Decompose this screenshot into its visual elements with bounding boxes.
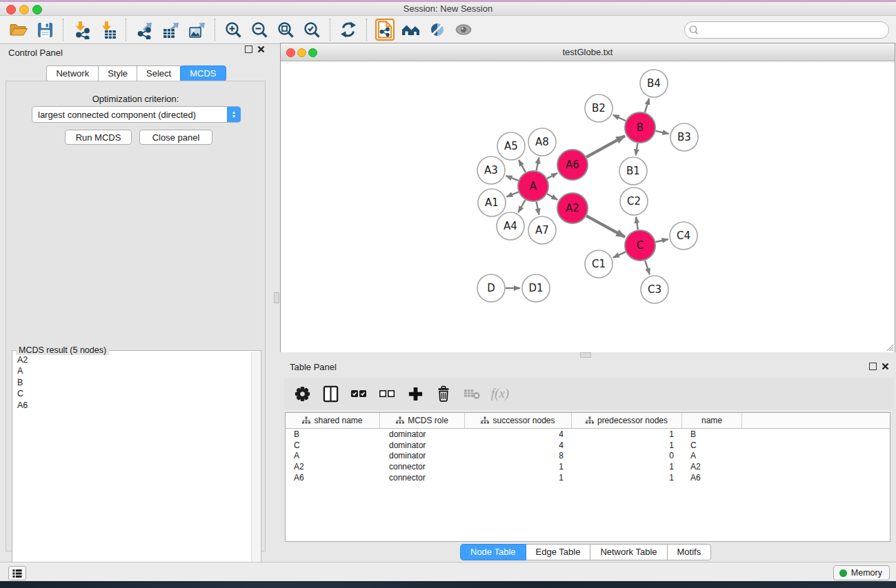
table-row[interactable]: A2 connector 1 1 A2 <box>286 461 890 472</box>
graph-edge-A-A3[interactable] <box>506 176 519 181</box>
graph-edge-A-A6[interactable] <box>547 173 557 179</box>
tab-edge-table[interactable]: Edge Table <box>526 544 591 560</box>
graph-node-C1[interactable]: C1 <box>585 250 613 278</box>
table-row[interactable]: A dominator 8 0 A <box>286 451 890 462</box>
cell-successor-nodes[interactable]: 8 <box>465 451 572 460</box>
cell-successor-nodes[interactable]: 1 <box>465 473 572 483</box>
select-all-button[interactable] <box>349 384 368 403</box>
graph-edge-A6-B[interactable] <box>586 136 625 157</box>
graph-edge-A-A2[interactable] <box>547 194 557 200</box>
open-session-button[interactable] <box>6 17 32 42</box>
cell-successor-nodes[interactable]: 4 <box>465 440 572 450</box>
cell-predecessor-nodes[interactable]: 1 <box>572 462 682 472</box>
cell-shared-name[interactable]: A <box>286 451 380 460</box>
delete-rows-button[interactable] <box>434 384 453 403</box>
graph-node-A[interactable]: A <box>518 171 548 201</box>
graph-node-D[interactable]: D <box>477 274 505 302</box>
close-window-button[interactable] <box>286 48 295 57</box>
graph-node-C2[interactable]: C2 <box>620 187 648 215</box>
vertical-splitter-handle[interactable] <box>274 292 279 303</box>
tab-network[interactable]: Network <box>46 65 99 81</box>
close-panel-icon[interactable] <box>882 363 889 370</box>
result-item[interactable]: B <box>17 377 252 388</box>
graph-edge-A2-C[interactable] <box>586 216 625 237</box>
tab-node-table[interactable]: Node Table <box>460 544 526 560</box>
memory-button[interactable]: Memory <box>833 565 890 580</box>
column-header-mcds-role[interactable]: MCDS role <box>380 413 465 428</box>
export-table-button[interactable] <box>157 17 183 42</box>
cell-successor-nodes[interactable]: 1 <box>465 462 572 472</box>
graph-node-A2[interactable]: A2 <box>557 193 588 223</box>
graph-node-B3[interactable]: B3 <box>670 123 698 151</box>
close-panel-button[interactable]: Close panel <box>139 130 212 145</box>
mcds-result-list[interactable]: A2 A B C A6 <box>13 354 252 582</box>
graph-node-D1[interactable]: D1 <box>522 274 550 302</box>
cell-mcds-role[interactable]: dominator <box>380 440 465 450</box>
network-window-titlebar[interactable]: testGlobe.txt <box>281 43 895 61</box>
cell-mcds-role[interactable]: dominator <box>380 429 465 439</box>
float-panel-icon[interactable] <box>869 363 877 370</box>
network-overview-button[interactable] <box>372 17 398 42</box>
export-network-button[interactable] <box>131 17 157 42</box>
cell-name[interactable]: C <box>682 440 742 450</box>
cell-shared-name[interactable]: A6 <box>286 473 380 483</box>
zoom-fit-button[interactable] <box>272 17 299 42</box>
graph-node-C4[interactable]: C4 <box>670 222 697 250</box>
cell-name[interactable]: A <box>682 451 742 460</box>
cell-predecessor-nodes[interactable]: 1 <box>572 429 682 439</box>
cell-mcds-role[interactable]: dominator <box>380 451 465 460</box>
table-row[interactable]: C dominator 4 1 C <box>286 440 890 451</box>
cell-name[interactable]: A2 <box>682 462 742 472</box>
zoom-in-button[interactable] <box>220 17 246 42</box>
cell-predecessor-nodes[interactable]: 1 <box>572 440 682 450</box>
graph-edge-B-B2[interactable] <box>613 115 626 121</box>
cell-shared-name[interactable]: A2 <box>286 462 380 472</box>
zoom-out-button[interactable] <box>246 17 272 42</box>
graph-edge-C-C2[interactable] <box>636 217 638 230</box>
result-scrollbar[interactable] <box>251 352 260 582</box>
minimize-window-button[interactable] <box>297 48 306 57</box>
minimize-window-button[interactable] <box>19 5 29 14</box>
table-settings-button[interactable] <box>292 384 312 403</box>
resize-grip-icon[interactable] <box>883 341 894 352</box>
zoom-selected-button[interactable] <box>299 17 325 42</box>
criterion-dropdown[interactable]: largest connected component (directed) ▲… <box>32 106 241 123</box>
result-item[interactable]: A6 <box>17 400 252 411</box>
graph-edge-A-A5[interactable] <box>519 160 526 172</box>
graph-edge-B-B1[interactable] <box>636 143 638 156</box>
graph-edge-A-A7[interactable] <box>537 202 539 215</box>
column-header-name[interactable]: name <box>682 413 742 428</box>
graph-edge-A-A4[interactable] <box>518 200 525 212</box>
graph-node-B1[interactable]: B1 <box>619 157 647 185</box>
cell-mcds-role[interactable]: connector <box>380 473 465 483</box>
cell-successor-nodes[interactable]: 4 <box>465 429 572 439</box>
show-hide-button[interactable] <box>450 17 477 42</box>
float-panel-icon[interactable] <box>245 45 252 53</box>
tab-mcds[interactable]: MCDS <box>180 65 226 81</box>
table-row[interactable]: A6 connector 1 1 A6 <box>286 472 890 483</box>
task-history-button[interactable] <box>8 566 26 580</box>
graph-node-A4[interactable]: A4 <box>497 212 524 240</box>
graph-edge-A-A8[interactable] <box>537 158 539 171</box>
network-canvas[interactable]: B4B2BB3A5A8A6B1A3AC2A1A2A4A7C4CC1C3DD1 <box>281 61 895 352</box>
cell-shared-name[interactable]: C <box>286 440 380 450</box>
close-window-button[interactable] <box>6 5 16 14</box>
graph-node-B4[interactable]: B4 <box>640 70 668 97</box>
cell-mcds-role[interactable]: connector <box>380 462 465 472</box>
cell-shared-name[interactable]: B <box>286 429 380 439</box>
graph-edge-A-A1[interactable] <box>506 192 518 197</box>
tab-select[interactable]: Select <box>137 65 181 81</box>
graph-node-C[interactable]: C <box>625 230 655 261</box>
graph-edge-C-C3[interactable] <box>645 261 650 274</box>
refresh-button[interactable] <box>335 17 361 42</box>
add-column-button[interactable] <box>406 384 425 403</box>
graph-node-A8[interactable]: A8 <box>528 128 556 156</box>
cell-predecessor-nodes[interactable]: 0 <box>572 451 682 460</box>
graph-edge-C-C4[interactable] <box>655 239 668 242</box>
graph-node-A6[interactable]: A6 <box>557 150 588 180</box>
graph-node-A7[interactable]: A7 <box>528 216 556 244</box>
birdseye-view-button[interactable] <box>424 17 450 42</box>
column-header-successor-nodes[interactable]: successor nodes <box>465 413 572 428</box>
import-network-button[interactable] <box>68 17 94 42</box>
graph-node-A3[interactable]: A3 <box>477 156 505 184</box>
